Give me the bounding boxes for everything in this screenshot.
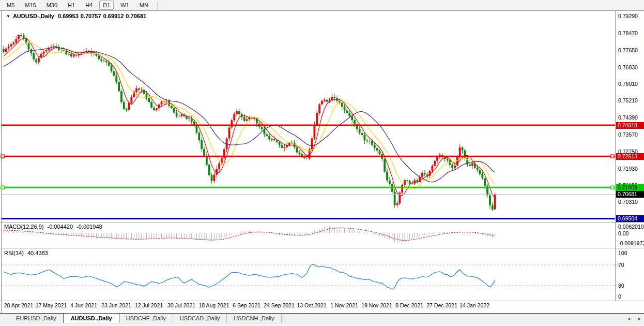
tab-usdcad-daily[interactable]: USDCAD-,Daily: [173, 314, 227, 323]
toolbar-timeframe-m5[interactable]: M5: [3, 1, 18, 10]
status-strip: [0, 323, 644, 326]
toolbar-timeframe-mn[interactable]: MN: [136, 1, 152, 10]
toolbar-timeframe-m30[interactable]: M30: [43, 1, 61, 10]
toolbar-separator: [157, 2, 158, 9]
tabbar-spacer: [0, 314, 9, 323]
tab-usdcnh-daily[interactable]: USDCNH-,Daily: [227, 314, 281, 323]
timeframe-toolbar: M5M15M30H1H4D1W1MN: [0, 0, 644, 11]
toolbar-timeframe-h1[interactable]: H1: [64, 1, 79, 10]
symbol-tabbar: EURUSD-,DailyAUDUSD-,DailyUSDCHF-,DailyU…: [0, 313, 644, 323]
tab-scroll-left-icon[interactable]: ◄: [626, 316, 631, 321]
toolbar-timeframe-m15[interactable]: M15: [21, 1, 39, 10]
toolbar-timeframe-d1[interactable]: D1: [99, 1, 114, 10]
chart-canvas[interactable]: [0, 0, 644, 326]
tabs-container: EURUSD-,DailyAUDUSD-,DailyUSDCHF-,DailyU…: [9, 314, 282, 323]
toolbar-timeframe-w1[interactable]: W1: [117, 1, 133, 10]
toolbar-timeframe-h4[interactable]: H4: [82, 1, 96, 10]
tab-usdchf-daily[interactable]: USDCHF-,Daily: [119, 314, 173, 323]
tab-eurusd-daily[interactable]: EURUSD-,Daily: [9, 314, 64, 323]
tab-scroll-right-icon[interactable]: ►: [637, 316, 642, 321]
tab-scroll-arrows: ◄ ►: [626, 314, 642, 323]
mt4-window: M5M15M30H1H4D1W1MN ▼AUDUSD-,Daily 0.6995…: [0, 0, 644, 326]
tab-audusd-daily[interactable]: AUDUSD-,Daily: [64, 313, 119, 323]
